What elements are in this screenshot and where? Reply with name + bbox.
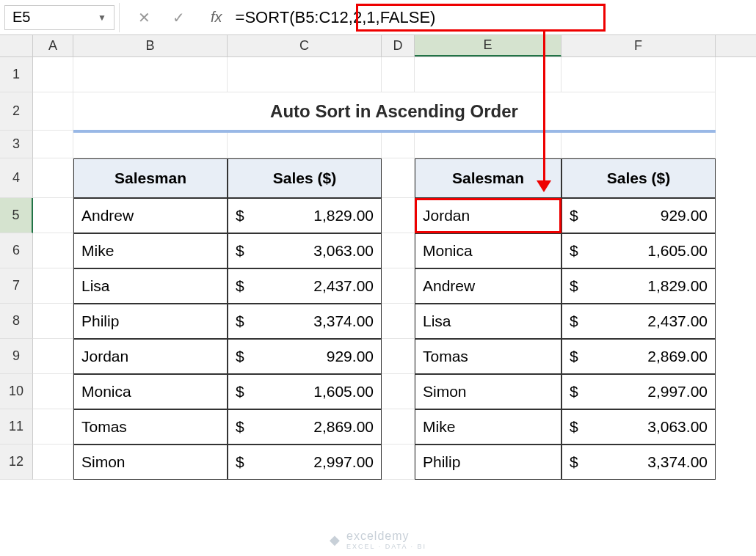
table-cell-name[interactable]: Lisa [415,304,561,339]
col-header-F[interactable]: F [561,35,716,56]
cancel-icon[interactable]: ✕ [138,9,150,26]
cell[interactable] [33,92,73,131]
cell[interactable] [228,57,382,92]
cell[interactable] [382,198,415,233]
table-header-sales-left[interactable]: Sales ($) [228,158,382,198]
cell[interactable] [382,131,415,158]
table-cell-name[interactable]: Tomas [415,339,561,374]
table-cell-sales[interactable]: $3,374.00 [228,304,382,339]
row-header-5[interactable]: 5 [0,198,33,233]
row-header-11[interactable]: 11 [0,409,33,445]
cell[interactable] [33,198,73,233]
annotation-arrow-head-icon [537,180,551,192]
table-cell-sales[interactable]: $1,605.00 [228,374,382,409]
table-cell-name[interactable]: Mike [415,409,561,445]
table-cell-name[interactable]: Mike [73,233,228,268]
row-header-7[interactable]: 7 [0,268,33,304]
table-cell-name[interactable]: Andrew [415,268,561,304]
cell[interactable] [382,304,415,339]
table-cell-sales[interactable]: $1,605.00 [561,233,716,268]
table-cell-name[interactable]: Simon [415,374,561,409]
cell[interactable] [33,339,73,374]
table-cell-name[interactable]: Monica [73,374,228,409]
col-header-C[interactable]: C [228,35,382,56]
cell[interactable] [415,131,561,158]
row-header-9[interactable]: 9 [0,339,33,374]
table-cell-name[interactable]: Tomas [73,409,228,445]
cell[interactable] [33,304,73,339]
table-cell-name[interactable]: Philip [73,304,228,339]
cell[interactable] [33,409,73,445]
table-cell-sales[interactable]: $929.00 [228,339,382,374]
row-header-12[interactable]: 12 [0,445,33,480]
cell[interactable] [33,445,73,480]
table-cell-sales[interactable]: $3,063.00 [228,233,382,268]
cell[interactable] [415,57,561,92]
name-box-value: E5 [12,9,30,26]
cell[interactable] [73,131,228,158]
column-headers: A B C D E F [0,35,756,57]
watermark-brand: exceldemy [346,530,409,542]
table-cell-sales[interactable]: $2,997.00 [561,374,716,409]
table-cell-sales[interactable]: $2,997.00 [228,445,382,480]
cell[interactable] [561,57,716,92]
table-cell-name[interactable]: Andrew [73,198,228,233]
col-header-E[interactable]: E [415,35,561,56]
row-header-8[interactable]: 8 [0,304,33,339]
table-header-salesman-left[interactable]: Salesman [73,158,228,198]
table-cell-name[interactable]: Jordan [415,198,561,233]
cell[interactable] [382,233,415,268]
cell[interactable] [33,57,73,92]
watermark-icon: ◆ [330,532,341,548]
col-header-A[interactable]: A [33,35,73,56]
row-header-3[interactable]: 3 [0,131,33,158]
cell[interactable] [228,131,382,158]
table-cell-name[interactable]: Monica [415,233,561,268]
cell[interactable] [382,158,415,198]
cell[interactable] [382,339,415,374]
cell[interactable] [33,158,73,198]
spreadsheet-grid: 1 2 Auto Sort in Ascending Order 3 4 Sal… [0,57,756,480]
row-header-4[interactable]: 4 [0,158,33,198]
table-cell-name[interactable]: Philip [415,445,561,480]
cell[interactable] [382,268,415,304]
cell[interactable] [382,445,415,480]
select-all-corner[interactable] [0,35,33,56]
table-cell-sales[interactable]: $2,869.00 [561,339,716,374]
fx-icon[interactable]: fx [203,9,230,26]
watermark: ◆ exceldemy EXCEL · DATA · BI [330,530,426,550]
col-header-D[interactable]: D [382,35,415,56]
cell[interactable] [33,233,73,268]
cell[interactable] [33,374,73,409]
table-cell-sales[interactable]: $2,437.00 [561,304,716,339]
cell[interactable] [382,374,415,409]
table-cell-sales[interactable]: $2,869.00 [228,409,382,445]
cell[interactable] [73,57,228,92]
table-cell-name[interactable]: Simon [73,445,228,480]
table-cell-sales[interactable]: $1,829.00 [228,198,382,233]
table-cell-sales[interactable]: $2,437.00 [228,268,382,304]
row-header-6[interactable]: 6 [0,233,33,268]
row-header-10[interactable]: 10 [0,374,33,409]
row-header-1[interactable]: 1 [0,57,33,92]
col-header-B[interactable]: B [73,35,228,56]
table-cell-sales[interactable]: $1,829.00 [561,268,716,304]
row-header-2[interactable]: 2 [0,92,33,131]
cell[interactable] [33,268,73,304]
enter-icon[interactable]: ✓ [172,9,185,26]
table-header-sales-right[interactable]: Sales ($) [561,158,716,198]
cell[interactable] [561,131,716,158]
table-cell-sales[interactable]: $3,063.00 [561,409,716,445]
formula-input[interactable] [230,5,756,30]
title-cell[interactable]: Auto Sort in Ascending Order [73,92,716,131]
table-cell-sales[interactable]: $3,374.00 [561,445,716,480]
title-underline [73,130,716,133]
cell[interactable] [33,131,73,158]
cell[interactable] [382,409,415,445]
table-cell-name[interactable]: Lisa [73,268,228,304]
name-box[interactable]: E5 ▼ [4,5,115,30]
cell[interactable] [382,57,415,92]
table-cell-sales[interactable]: $929.00 [561,198,716,233]
name-box-dropdown-icon[interactable]: ▼ [98,12,106,23]
table-cell-name[interactable]: Jordan [73,339,228,374]
